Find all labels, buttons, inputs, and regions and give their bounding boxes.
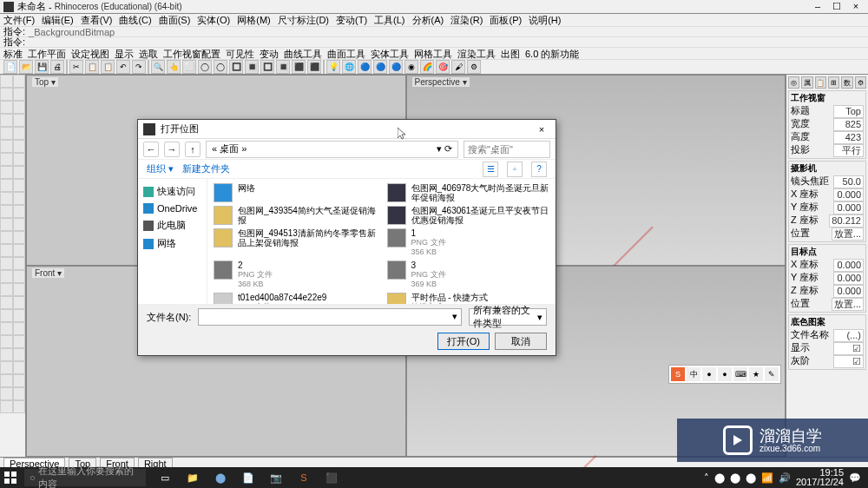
tray-network-icon[interactable]: 📶 — [761, 472, 773, 484]
file-item[interactable]: 包图网_439354简约大气圣诞促销海报 — [213, 205, 378, 226]
tool-15-0[interactable] — [0, 270, 13, 283]
menu-曲线(C)[interactable]: 曲线(C) — [119, 14, 151, 26]
help-icon[interactable]: ? — [531, 162, 547, 177]
menu-曲面(S)[interactable]: 曲面(S) — [159, 14, 191, 26]
float-tool-3[interactable]: ● — [718, 367, 732, 381]
view-icon[interactable]: ☰ — [483, 162, 498, 177]
tool-19-0[interactable] — [0, 322, 13, 335]
rp-tab-5[interactable]: ⚙ — [855, 76, 866, 89]
dialog-search-input[interactable] — [464, 141, 550, 158]
tool-11-0[interactable] — [0, 218, 13, 231]
menu2-可见性[interactable]: 可见性 — [226, 48, 254, 59]
toolbar-btn-26[interactable]: 🔵 — [373, 60, 387, 74]
toolbar-btn-8[interactable]: ↶ — [116, 60, 130, 74]
menu-编辑(E)[interactable]: 编辑(E) — [42, 14, 74, 26]
tool-8-1[interactable] — [13, 179, 26, 192]
tool-2-1[interactable] — [13, 101, 26, 114]
viewport-front-label[interactable]: Front ▾ — [32, 268, 64, 278]
toolbar-btn-25[interactable]: 🔵 — [358, 60, 372, 74]
taskbar-app-6[interactable]: ⬛ — [319, 467, 344, 488]
tool-20-1[interactable] — [13, 335, 26, 348]
tool-7-0[interactable] — [0, 166, 13, 179]
taskbar-app-5[interactable]: S — [292, 467, 316, 488]
rp-tab-3[interactable]: ⊞ — [828, 76, 839, 89]
tool-14-1[interactable] — [13, 257, 26, 270]
tool-8-0[interactable] — [0, 179, 13, 192]
dialog-close-button[interactable]: × — [533, 124, 550, 135]
nav-up-button[interactable]: ↑ — [185, 142, 201, 157]
tool-11-1[interactable] — [13, 218, 26, 231]
file-item[interactable]: 2PNG 文件368 KB — [213, 260, 378, 290]
toolbar-btn-17[interactable]: 🔳 — [245, 60, 259, 74]
toolbar-btn-1[interactable]: 📂 — [19, 60, 33, 74]
toolbar-btn-14[interactable]: ◯ — [198, 60, 212, 74]
rp-tab-1[interactable]: 属 — [801, 76, 812, 89]
taskbar-search[interactable]: ○ 在这里输入你要搜索的内容 — [24, 469, 146, 486]
tool-22-1[interactable] — [13, 361, 26, 374]
tool-6-0[interactable] — [0, 153, 13, 166]
tool-18-0[interactable] — [0, 309, 13, 322]
float-tool-1[interactable]: 中 — [687, 367, 700, 381]
toolbar-btn-24[interactable]: 🌐 — [342, 60, 356, 74]
menu-说明(H)[interactable]: 说明(H) — [529, 14, 561, 26]
file-item[interactable]: 包图网_494513清新简约冬季零售新品上架促销海报 — [213, 228, 378, 258]
tool-10-1[interactable] — [13, 205, 26, 218]
float-tool-2[interactable]: ● — [702, 367, 716, 381]
tool-17-1[interactable] — [13, 296, 26, 309]
menu-渲染(R)[interactable]: 渲染(R) — [450, 14, 483, 26]
toolbar-btn-15[interactable]: ◯ — [214, 60, 227, 74]
tool-4-1[interactable] — [13, 127, 26, 140]
toolbar-btn-21[interactable]: ⬛ — [307, 60, 321, 74]
menu2-选取[interactable]: 选取 — [139, 48, 158, 59]
toolbar-btn-16[interactable]: 🔲 — [229, 60, 243, 74]
taskview-icon[interactable]: ▭ — [153, 467, 177, 488]
tool-17-0[interactable] — [0, 296, 13, 309]
menu-网格(M)[interactable]: 网格(M) — [237, 14, 271, 26]
tool-12-0[interactable] — [0, 231, 13, 244]
toolbar-btn-11[interactable]: 🔍 — [151, 60, 165, 74]
tool-21-1[interactable] — [13, 348, 26, 361]
menu2-6.0 的新功能[interactable]: 6.0 的新功能 — [525, 48, 579, 59]
tray-icon-1[interactable]: ⬤ — [714, 472, 725, 484]
toolbar-btn-18[interactable]: 🔲 — [260, 60, 274, 74]
toolbar-btn-2[interactable]: 💾 — [35, 60, 49, 74]
tool-23-1[interactable] — [13, 374, 26, 387]
menu2-工作平面[interactable]: 工作平面 — [28, 48, 66, 59]
menu2-曲面工具[interactable]: 曲面工具 — [327, 48, 365, 59]
breadcrumb[interactable]: « 桌面 » ▾ ⟳ — [206, 141, 458, 158]
menu2-实体工具[interactable]: 实体工具 — [371, 48, 409, 59]
toolbar-btn-5[interactable]: ✂ — [69, 60, 83, 74]
tool-5-1[interactable] — [13, 140, 26, 153]
taskbar-app-1[interactable]: 📁 — [181, 467, 205, 488]
tool-12-1[interactable] — [13, 231, 26, 244]
toolbar-btn-9[interactable]: ↷ — [132, 60, 146, 74]
tool-21-0[interactable] — [0, 348, 13, 361]
tool-25-0[interactable] — [0, 400, 13, 413]
nav-back-button[interactable]: ← — [143, 142, 159, 157]
tool-20-0[interactable] — [0, 335, 13, 348]
menu2-显示[interactable]: 显示 — [115, 48, 134, 59]
menu-分析(A)[interactable]: 分析(A) — [412, 14, 444, 26]
tool-25-1[interactable] — [13, 400, 26, 413]
toolbar-btn-19[interactable]: 🔳 — [276, 60, 290, 74]
rp-tab-2[interactable]: 📋 — [815, 76, 826, 89]
tool-16-1[interactable] — [13, 283, 26, 296]
tool-23-0[interactable] — [0, 374, 13, 387]
tool-24-1[interactable] — [13, 387, 26, 400]
new-folder-button[interactable]: 新建文件夹 — [182, 162, 230, 175]
rp-tab-0[interactable]: ◎ — [788, 76, 799, 89]
sidebar-item-3[interactable]: 网络 — [141, 234, 203, 253]
tray-icon-2[interactable]: ⬤ — [730, 472, 740, 484]
tool-18-1[interactable] — [13, 309, 26, 322]
tool-3-0[interactable] — [0, 114, 13, 127]
toolbar-btn-31[interactable]: 🖌 — [451, 60, 465, 74]
menu-变动(T)[interactable]: 变动(T) — [336, 14, 367, 26]
sidebar-item-2[interactable]: 此电脑 — [141, 216, 203, 234]
tool-7-1[interactable] — [13, 166, 26, 179]
nav-forward-button[interactable]: → — [164, 142, 180, 157]
toolbar-btn-10[interactable] — [148, 60, 149, 74]
toolbar-btn-27[interactable]: 🔵 — [389, 60, 403, 74]
toolbar-btn-12[interactable]: 👆 — [167, 60, 181, 74]
menu-文件(F)[interactable]: 文件(F) — [3, 14, 35, 26]
cancel-button[interactable]: 取消 — [495, 333, 547, 350]
